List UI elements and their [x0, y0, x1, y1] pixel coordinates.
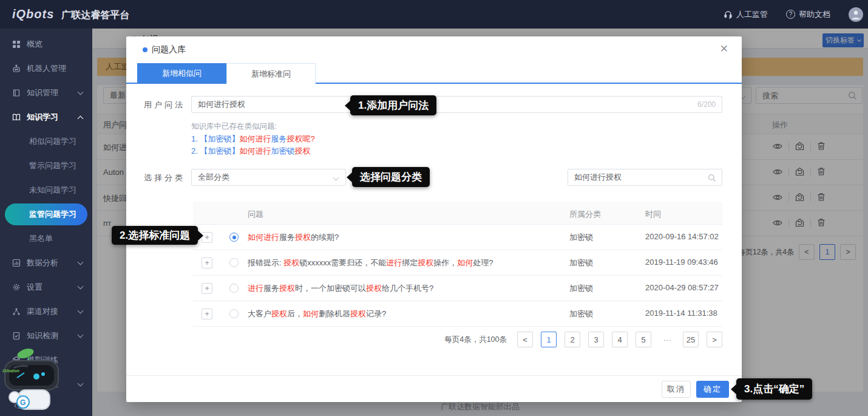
sidebar-item-model-training[interactable]: 模型训练: [0, 348, 92, 372]
gear-icon: [12, 283, 21, 292]
similar-question-link[interactable]: 1. 【加密锁】如何进行服务授权呢?: [191, 134, 315, 145]
question-text: 如何进行服务授权的续期?: [248, 232, 339, 243]
chevron-down-icon: [78, 332, 84, 338]
tab-add-standard-question[interactable]: 新增标准问: [226, 63, 316, 84]
sidebar-item-warning-question-learning[interactable]: 警示问题学习: [0, 154, 92, 178]
category-cell: 加密锁: [569, 283, 593, 294]
standard-question-table: 问题 所属分类 时间 + 如何进行服务授权的续期? 加密锁 2020-09-16…: [193, 202, 722, 352]
book-open-icon: [12, 113, 21, 121]
sidebar: 概览 机器人管理 知识管理 知识学习 相似问题学习 警示问题学习 未知问题学习 …: [0, 29, 92, 416]
table-row: + 如何进行服务授权的续期? 加密锁 2020-09-16 14:57:02: [193, 225, 722, 250]
sidebar-item-label: 数据分析: [27, 257, 58, 268]
sidebar-item-label: 监管问题学习: [29, 209, 76, 220]
sidebar-item-label: 渠道对接: [27, 306, 58, 317]
help-doc-link[interactable]: ? 帮助文档: [786, 9, 830, 20]
page-button-2[interactable]: 2: [565, 332, 580, 347]
user-question-label: 用户问法: [144, 100, 185, 111]
annotation-select-category: 选择问题分类: [352, 167, 430, 187]
chevron-down-icon: [78, 308, 84, 314]
annotation-select-standard-question: 2.选择标准问题: [112, 226, 198, 245]
pagination-ellipsis: ···: [659, 332, 675, 347]
user-question-field: 6/200: [191, 96, 722, 113]
footer-divider: [126, 375, 742, 376]
sidebar-item-settings[interactable]: 设置: [0, 275, 92, 299]
sidebar-item-label: 知识学习: [27, 112, 58, 123]
doc-check-icon: [12, 332, 21, 340]
page-button-1[interactable]: 1: [541, 332, 557, 347]
sidebar-item-robot-management[interactable]: 机器人管理: [0, 56, 92, 81]
table-row: + 进行服务授权时，一个加密锁可以授权给几个手机号? 加密锁 2020-04-2…: [193, 276, 722, 301]
page-button-5[interactable]: 5: [636, 332, 651, 347]
category-select[interactable]: 全部分类: [191, 169, 346, 186]
category-cell: 加密锁: [569, 257, 593, 268]
similar-question-link[interactable]: 2. 【加密锁】如何进行加密锁授权: [191, 146, 310, 157]
cancel-button[interactable]: 取消: [662, 381, 691, 398]
time-cell: 2020-09-16 14:57:02: [645, 232, 719, 241]
question-text: 进行服务授权时，一个加密锁可以授权给几个手机号?: [248, 283, 433, 294]
radio-unselected[interactable]: [229, 284, 239, 293]
sidebar-item-personnel-management[interactable]: 人员管理: [0, 372, 92, 397]
page-button-3[interactable]: 3: [588, 332, 604, 347]
sidebar-item-channel-connection[interactable]: 渠道对接: [0, 299, 92, 324]
page-button-4[interactable]: 4: [612, 332, 628, 347]
collapse-icon: [13, 401, 23, 410]
table-row: + 大客户授权后，如何删除机器授权记录? 加密锁 2019-11-14 11:3…: [193, 301, 722, 327]
question-circle-icon: ?: [786, 10, 795, 19]
column-time: 时间: [645, 209, 661, 220]
expand-icon[interactable]: +: [202, 257, 212, 268]
sidebar-item-knowledge-detection[interactable]: 知识检测: [0, 324, 92, 348]
headset-icon: [724, 10, 733, 19]
modal-tabs: 新增相似问 新增标准问: [126, 63, 742, 84]
category-cell: 加密锁: [569, 309, 593, 319]
pagination-summary: 每页4条，共100条: [444, 335, 507, 345]
app-logo: iQbots 广联达睿答平台: [12, 7, 129, 22]
sidebar-item-label: 概览: [27, 39, 42, 50]
sidebar-collapse-button[interactable]: [13, 401, 23, 410]
expand-icon[interactable]: +: [202, 283, 212, 294]
tab-add-similar-question[interactable]: 新增相似问: [137, 63, 226, 84]
column-question: 问题: [248, 209, 263, 220]
annotation-add-user-question: 1.添加用户问法: [350, 95, 436, 115]
chevron-down-icon: [78, 284, 84, 290]
sidebar-item-knowledge-management[interactable]: 知识管理: [0, 81, 92, 105]
manual-monitor-link[interactable]: 人工监管: [724, 9, 768, 20]
column-category: 所属分类: [569, 209, 601, 220]
chevron-down-icon: [78, 89, 84, 95]
confirm-button[interactable]: 确定: [696, 381, 729, 398]
sidebar-item-data-analysis[interactable]: 数据分析: [0, 251, 92, 275]
sidebar-item-blacklist[interactable]: 黑名单: [0, 227, 92, 251]
close-icon[interactable]: ✕: [720, 43, 728, 55]
table-row: + 报错提示: 授权锁xxxxxx需要归还，不能进行绑定授权操作，如何处理? 加…: [193, 250, 722, 276]
radio-selected[interactable]: [229, 233, 239, 242]
modal-search-box: [568, 169, 722, 186]
sidebar-item-supervised-question-learning[interactable]: 监管问题学习: [5, 203, 87, 225]
cube-icon: [12, 356, 21, 364]
radio-unselected[interactable]: [229, 309, 239, 318]
user-avatar[interactable]: [849, 7, 863, 22]
page-button-25[interactable]: 25: [683, 332, 699, 347]
sidebar-item-overview[interactable]: 概览: [0, 32, 92, 56]
chevron-down-icon: [333, 175, 339, 181]
time-cell: 2019-11-14 11:31:38: [645, 309, 717, 318]
radio-unselected[interactable]: [229, 258, 239, 267]
app-header: iQbots 广联达睿答平台 人工监管 ? 帮助文档: [0, 0, 868, 29]
sidebar-item-label: 知识检测: [27, 330, 58, 341]
sidebar-item-label: 机器人管理: [27, 63, 66, 74]
chevron-up-icon: [78, 116, 84, 122]
sidebar-item-knowledge-learning[interactable]: 知识学习: [0, 105, 92, 129]
question-text: 大客户授权后，如何删除机器授权记录?: [248, 309, 386, 319]
sidebar-item-unknown-question-learning[interactable]: 未知问题学习: [0, 178, 92, 202]
expand-icon[interactable]: +: [202, 309, 212, 319]
help-doc-label: 帮助文档: [799, 9, 830, 20]
sidebar-item-label: 知识管理: [27, 87, 58, 98]
sidebar-item-similar-question-learning[interactable]: 相似问题学习: [0, 129, 92, 154]
next-page-button[interactable]: >: [707, 332, 722, 347]
time-cell: 2019-11-19 09:43:46: [645, 257, 718, 267]
prev-page-button[interactable]: <: [517, 332, 533, 347]
sidebar-item-label: 相似问题学习: [29, 136, 76, 147]
grid-icon: [12, 40, 21, 49]
similar-questions-hint: 知识库中已存在类似问题:: [191, 121, 277, 132]
modal-search-input[interactable]: [568, 169, 699, 185]
logo-iqbots: iQbots: [12, 7, 54, 21]
sidebar-item-label: 模型训练: [27, 355, 58, 366]
